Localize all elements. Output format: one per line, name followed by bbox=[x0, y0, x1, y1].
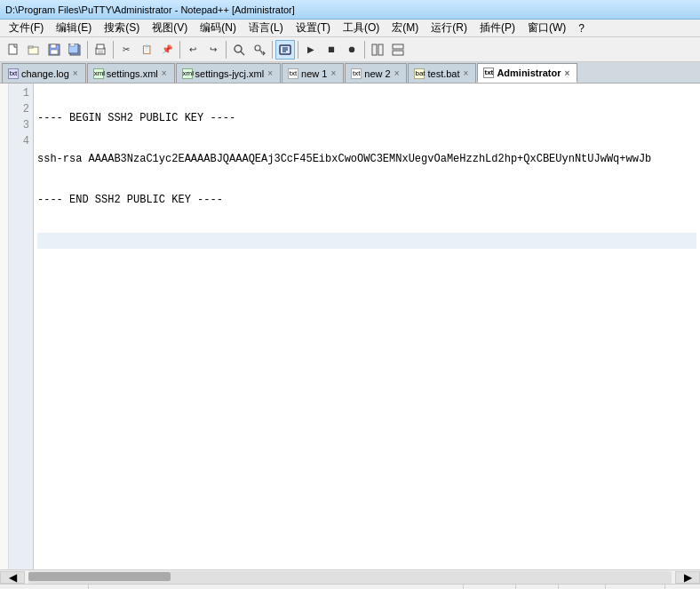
toolbar-sep-3 bbox=[179, 41, 180, 59]
toolbar-copy[interactable]: 📋 bbox=[137, 40, 156, 60]
hscroll-thumb[interactable] bbox=[28, 572, 171, 581]
toolbar-sync-h[interactable] bbox=[388, 40, 408, 60]
svg-line-14 bbox=[241, 52, 244, 55]
editor-container: 1 2 3 4 ---- BEGIN SSH2 PUBLIC KEY ---- … bbox=[0, 84, 700, 569]
menu-window[interactable]: 窗口(W) bbox=[522, 20, 571, 36]
tab-new2[interactable]: txt new 2 × bbox=[345, 63, 407, 83]
menu-view[interactable]: 视图(V) bbox=[147, 20, 193, 36]
hscroll-left-btn[interactable]: ◀ bbox=[0, 571, 25, 584]
hscroll-area[interactable]: ◀ ▶ bbox=[0, 569, 700, 584]
tab-settings-jycj-xml[interactable]: xml settings-jycj.xml × bbox=[176, 63, 281, 83]
tab-test-bat[interactable]: bat test.bat × bbox=[408, 63, 476, 83]
toolbar-sync-v[interactable] bbox=[368, 40, 387, 60]
svg-rect-5 bbox=[51, 50, 58, 54]
menu-settings[interactable]: 设置(T) bbox=[290, 20, 336, 36]
svg-rect-2 bbox=[28, 46, 33, 48]
tabs-bar: txt change.log × xml settings.xml × xml … bbox=[0, 62, 700, 84]
toolbar-redo[interactable]: ↪ bbox=[203, 40, 223, 60]
menu-macro[interactable]: 宏(M) bbox=[386, 20, 424, 36]
tab-close-test-bat[interactable]: × bbox=[464, 68, 469, 78]
toolbar-run[interactable]: ▶ bbox=[301, 40, 321, 60]
tab-close-administrator[interactable]: × bbox=[565, 68, 570, 78]
hscroll-track[interactable] bbox=[28, 571, 672, 584]
svg-line-16 bbox=[260, 50, 263, 52]
tab-close-new1[interactable]: × bbox=[330, 68, 336, 78]
toolbar-zoom-restore[interactable] bbox=[275, 40, 295, 60]
svg-rect-10 bbox=[97, 44, 104, 49]
tab-new1[interactable]: txt new 1 × bbox=[282, 63, 344, 83]
toolbar-stop[interactable]: ⏹ bbox=[322, 40, 341, 60]
menu-plugins[interactable]: 插件(P) bbox=[474, 20, 521, 36]
toolbar-undo[interactable]: ↩ bbox=[183, 40, 203, 60]
svg-rect-21 bbox=[372, 44, 377, 55]
toolbar-cut[interactable]: ✂ bbox=[116, 40, 136, 60]
toolbar-open[interactable] bbox=[24, 40, 44, 60]
line-num-4: 4 bbox=[9, 133, 29, 149]
menu-encode[interactable]: 编码(N) bbox=[195, 20, 242, 36]
toolbar-sep-1 bbox=[87, 41, 88, 59]
code-area[interactable]: ---- BEGIN SSH2 PUBLIC KEY ---- ssh-rsa … bbox=[34, 84, 700, 569]
svg-rect-23 bbox=[393, 44, 403, 49]
menu-file[interactable]: 文件(F) bbox=[4, 20, 49, 36]
tab-icon-settings-xml: xml bbox=[93, 68, 104, 79]
left-margin bbox=[0, 84, 9, 569]
menu-edit[interactable]: 编辑(E) bbox=[51, 20, 97, 36]
toolbar-macro-record[interactable]: ⏺ bbox=[342, 40, 362, 60]
svg-point-15 bbox=[255, 45, 260, 51]
code-line-1: ---- BEGIN SSH2 PUBLIC KEY ---- bbox=[37, 110, 696, 126]
tab-close-change-log[interactable]: × bbox=[73, 68, 78, 78]
menu-search[interactable]: 搜索(S) bbox=[99, 20, 145, 36]
status-length: length : 463 bbox=[394, 585, 464, 589]
title-bar: D:\Program Files\PuTTY\Administrator - N… bbox=[0, 0, 700, 20]
svg-rect-11 bbox=[98, 51, 103, 52]
menu-help[interactable]: ? bbox=[573, 21, 590, 36]
toolbar-save[interactable] bbox=[44, 40, 64, 60]
toolbar-save-all[interactable] bbox=[65, 40, 84, 60]
tab-close-settings-xml[interactable]: × bbox=[162, 68, 167, 78]
tab-change-log[interactable]: txt change.log × bbox=[2, 63, 86, 83]
toolbar-new[interactable] bbox=[4, 40, 23, 60]
status-sel: Sel : 0 | 0 bbox=[606, 585, 665, 589]
status-bar: Normal text file length : 463 lines : 4 … bbox=[0, 584, 700, 589]
menu-run[interactable]: 运行(R) bbox=[426, 20, 473, 36]
tab-icon-change-log: txt bbox=[8, 68, 19, 79]
hscroll-right-btn[interactable]: ▶ bbox=[675, 571, 700, 584]
toolbar-print[interactable] bbox=[91, 40, 110, 60]
title-text: D:\Program Files\PuTTY\Administrator - N… bbox=[5, 4, 295, 15]
tab-close-settings-jycj-xml[interactable]: × bbox=[267, 68, 273, 78]
tab-close-new2[interactable]: × bbox=[394, 68, 400, 78]
tab-icon-administrator: txt bbox=[483, 68, 494, 78]
svg-rect-8 bbox=[70, 44, 75, 46]
svg-rect-22 bbox=[378, 44, 383, 55]
tab-icon-settings-jycj-xml: xml bbox=[182, 68, 193, 79]
toolbar-sep-5 bbox=[272, 41, 273, 59]
status-lines: lines : 4 bbox=[464, 585, 516, 589]
status-ln: Ln : 4 bbox=[516, 585, 560, 589]
svg-rect-24 bbox=[393, 51, 403, 55]
line-num-1: 1 bbox=[9, 85, 29, 101]
toolbar-sep-7 bbox=[364, 41, 365, 59]
toolbar-sep-2 bbox=[113, 41, 114, 59]
svg-rect-12 bbox=[98, 52, 103, 53]
tab-icon-new1: txt bbox=[288, 68, 298, 79]
tab-settings-xml[interactable]: xml settings.xml × bbox=[87, 63, 175, 83]
line-num-2: 2 bbox=[9, 101, 29, 117]
menu-language[interactable]: 语言(L) bbox=[243, 20, 289, 36]
code-line-2: ssh-rsa AAAAB3NzaC1yc2EAAAABJQAAAQEAj3Cc… bbox=[37, 151, 696, 167]
code-line-3: ---- END SSH2 PUBLIC KEY ---- bbox=[37, 192, 696, 208]
toolbar-sep-4 bbox=[226, 41, 227, 59]
code-line-4 bbox=[37, 233, 696, 249]
toolbar-replace[interactable] bbox=[250, 40, 269, 60]
svg-rect-4 bbox=[51, 44, 56, 48]
toolbar: ✂ 📋 📌 ↩ ↪ ▶ ⏹ ⏺ bbox=[0, 37, 700, 62]
menu-tools[interactable]: 工具(O) bbox=[338, 20, 385, 36]
svg-point-13 bbox=[235, 45, 242, 52]
toolbar-paste[interactable]: 📌 bbox=[157, 40, 177, 60]
line-numbers: 1 2 3 4 bbox=[9, 84, 34, 569]
status-encoding: Wi bbox=[665, 585, 695, 589]
tab-icon-new2: txt bbox=[351, 68, 362, 79]
toolbar-find[interactable] bbox=[229, 40, 249, 60]
line-num-3: 3 bbox=[9, 117, 29, 133]
toolbar-sep-6 bbox=[298, 41, 298, 59]
tab-administrator[interactable]: txt Administrator × bbox=[477, 63, 577, 83]
